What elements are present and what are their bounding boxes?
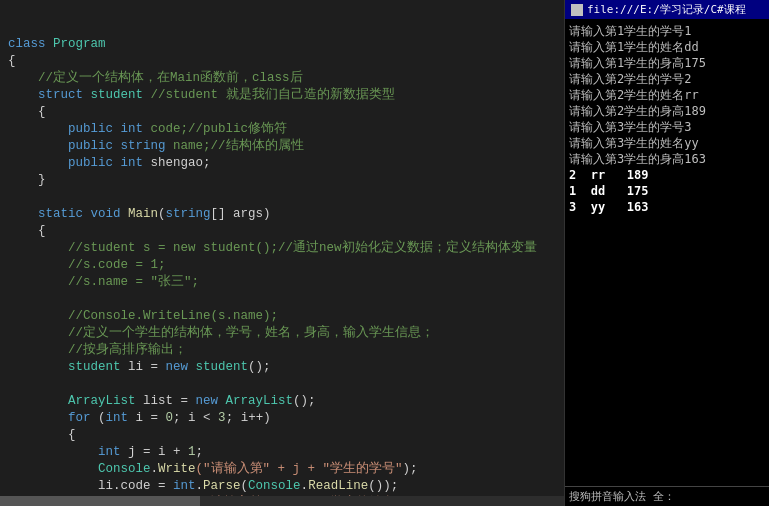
console-title: file:///E:/学习记录/C#课程 (587, 2, 746, 17)
code-line: { (0, 53, 564, 70)
code-line (0, 291, 564, 308)
console-line: 请输入第1学生的姓名dd (569, 39, 765, 55)
editor-content: class Program{ //定义一个结构体，在Main函数前，class后… (0, 0, 564, 506)
code-line (0, 189, 564, 206)
console-icon (571, 4, 583, 16)
console-line: 2 rr 189 (569, 167, 765, 183)
console-ime: 搜狗拼音输入法 全： (565, 486, 769, 506)
code-line: li.code = int.Parse(Console.ReadLine()); (0, 478, 564, 495)
console-line: 请输入第1学生的身高175 (569, 55, 765, 71)
code-line: //student s = new student();//通过new初始化定义… (0, 240, 564, 257)
console-line: 请输入第1学生的学号1 (569, 23, 765, 39)
scrollbar-thumb[interactable] (0, 496, 200, 506)
code-line: { (0, 104, 564, 121)
console-line: 请输入第3学生的姓名yy (569, 135, 765, 151)
code-line: //定义一个结构体，在Main函数前，class后 (0, 70, 564, 87)
code-line: int j = i + 1; (0, 444, 564, 461)
code-line: class Program (0, 36, 564, 53)
code-line: public string name;//结构体的属性 (0, 138, 564, 155)
code-line: public int shengao; (0, 155, 564, 172)
editor-scrollbar[interactable] (0, 496, 564, 506)
code-line: //定义一个学生的结构体，学号，姓名，身高，输入学生信息； (0, 325, 564, 342)
console-titlebar: file:///E:/学习记录/C#课程 (565, 0, 769, 19)
code-line (0, 376, 564, 393)
console-line: 请输入第3学生的学号3 (569, 119, 765, 135)
code-editor[interactable]: class Program{ //定义一个结构体，在Main函数前，class后… (0, 0, 565, 506)
code-line: //s.code = 1; (0, 257, 564, 274)
console-line: 请输入第2学生的姓名rr (569, 87, 765, 103)
console-line: 请输入第3学生的身高163 (569, 151, 765, 167)
code-line: Console.Write("请输入第" + j + "学生的学号"); (0, 461, 564, 478)
code-line: struct student //student 就是我们自己造的新数据类型 (0, 87, 564, 104)
console-panel: file:///E:/学习记录/C#课程 请输入第1学生的学号1请输入第1学生的… (565, 0, 769, 506)
code-line: //s.name = "张三"; (0, 274, 564, 291)
code-line: { (0, 223, 564, 240)
code-line: static void Main(string[] args) (0, 206, 564, 223)
console-line: 请输入第2学生的学号2 (569, 71, 765, 87)
console-line: 请输入第2学生的身高189 (569, 103, 765, 119)
code-line: public int code;//public修饰符 (0, 121, 564, 138)
console-line: 1 dd 175 (569, 183, 765, 199)
console-line: 3 yy 163 (569, 199, 765, 215)
code-line: ArrayList list = new ArrayList(); (0, 393, 564, 410)
code-line: for (int i = 0; i < 3; i++) (0, 410, 564, 427)
code-line: } (0, 172, 564, 189)
code-line: //按身高排序输出； (0, 342, 564, 359)
code-line: { (0, 427, 564, 444)
code-line: student li = new student(); (0, 359, 564, 376)
code-line: //Console.WriteLine(s.name); (0, 308, 564, 325)
console-output: 请输入第1学生的学号1请输入第1学生的姓名dd请输入第1学生的身高175请输入第… (565, 19, 769, 486)
